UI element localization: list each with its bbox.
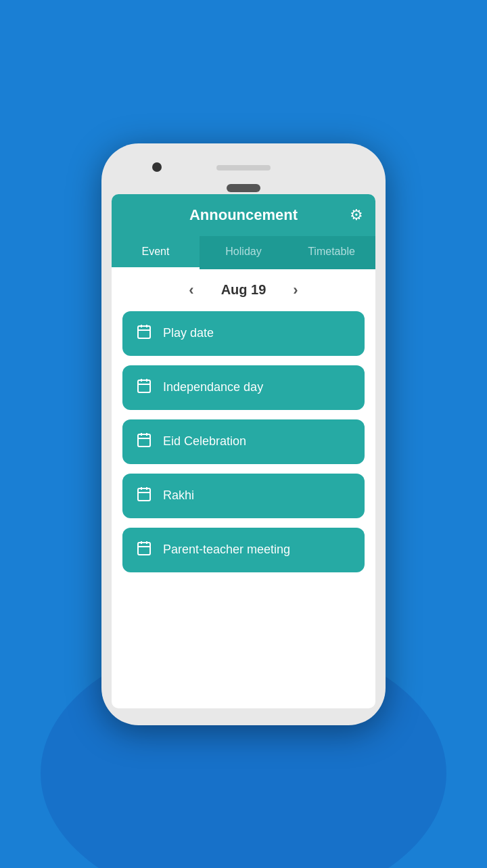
event-label-rakhi: Rakhi xyxy=(163,488,194,503)
calendar-icon-5 xyxy=(136,540,152,560)
tab-event[interactable]: Event xyxy=(112,236,200,269)
next-date-button[interactable]: › xyxy=(293,281,298,299)
tab-holiday[interactable]: Holiday xyxy=(200,236,287,269)
event-label-play-date: Play date xyxy=(163,326,214,340)
camera xyxy=(152,162,162,172)
prev-date-button[interactable]: ‹ xyxy=(189,281,193,299)
calendar-icon-3 xyxy=(136,432,152,452)
svg-rect-16 xyxy=(138,543,150,555)
header-title: Announcement xyxy=(189,206,298,224)
event-item-independence-day[interactable]: Independance day xyxy=(122,365,365,410)
calendar-icon-4 xyxy=(136,486,152,506)
app-header: Announcement ⚙ xyxy=(112,194,375,236)
svg-rect-8 xyxy=(138,434,150,447)
svg-rect-12 xyxy=(138,488,150,501)
tab-bar: Event Holiday Timetable xyxy=(112,236,375,269)
calendar-icon-1 xyxy=(136,323,152,344)
speaker-bar xyxy=(216,165,271,170)
date-navigation: ‹ Aug 19 › xyxy=(112,269,375,311)
svg-rect-0 xyxy=(138,326,150,338)
event-label-independence-day: Independance day xyxy=(163,380,263,394)
svg-rect-4 xyxy=(138,380,150,392)
earpiece xyxy=(227,184,260,192)
event-label-eid-celebration: Eid Celebration xyxy=(163,434,246,449)
phone-screen: Announcement ⚙ Event Holiday Timetable ‹… xyxy=(112,194,375,708)
phone-frame: Announcement ⚙ Event Holiday Timetable ‹… xyxy=(101,143,386,725)
settings-icon[interactable]: ⚙ xyxy=(350,206,363,224)
event-item-eid-celebration[interactable]: Eid Celebration xyxy=(122,419,365,464)
event-item-play-date[interactable]: Play date xyxy=(122,311,365,356)
event-item-parent-teacher[interactable]: Parent-teacher meeting xyxy=(122,528,365,572)
tab-timetable[interactable]: Timetable xyxy=(287,236,375,269)
event-item-rakhi[interactable]: Rakhi xyxy=(122,474,365,518)
event-list: Play date Independance day xyxy=(112,311,375,708)
event-label-parent-teacher: Parent-teacher meeting xyxy=(163,543,290,557)
current-date-label: Aug 19 xyxy=(221,282,266,298)
calendar-icon-2 xyxy=(136,378,152,398)
